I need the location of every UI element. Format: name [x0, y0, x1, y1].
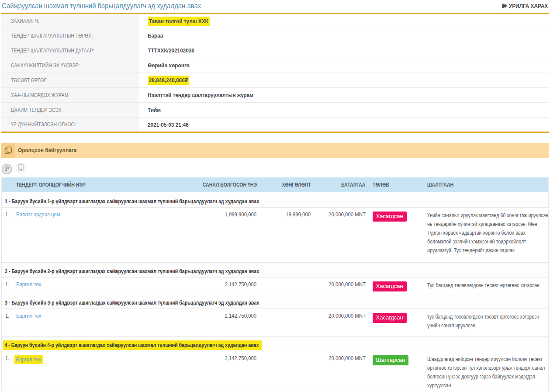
detail-label: ҮР ДҮН НИЙТЭЛСЭН ОГНОО:: [1, 118, 139, 132]
col-guarantee: БАТАЛГАА: [311, 177, 366, 192]
highlight-marker: 28,848,240,000₮: [148, 76, 189, 85]
detail-row: ТЕНДЕР ШАЛГАРУУЛАЛТЫН ДУГААР: ТТТХХК/202…: [1, 43, 549, 58]
detail-row: ТӨСӨВТ ӨРТӨГ: 28,848,240,000₮: [1, 73, 549, 88]
detail-value: Өөрийн хөрөнгө: [139, 58, 549, 73]
document-icon: [18, 164, 24, 172]
detail-row: ХАА-НЫ МӨРДӨХ ЖУРАМ: Нээлттэй тендер шал…: [1, 88, 549, 103]
col-reason: ШАЛТГААН: [427, 177, 549, 192]
tender-result-page: Сайжруулсан шахмал түлшний барьцалдуулаг…: [0, 0, 550, 391]
offered-price: 2,142,750,000: [212, 351, 257, 391]
page-header: Сайжруулсан шахмал түлшний барьцалдуулаг…: [0, 0, 550, 13]
detail-label: ТЕНДЕР ШАЛГАРУУЛАЛТЫН ТӨРӨЛ:: [1, 28, 139, 43]
detail-label: ХАА-НЫ МӨРДӨХ ЖУРАМ:: [1, 88, 139, 103]
participant-link[interactable]: Баялаг эрдэнэ цом: [16, 211, 66, 218]
document-export-button[interactable]: [16, 163, 26, 173]
detail-value: Таван толгой түлш ХХК: [139, 14, 549, 28]
col-status: ТӨЛӨВ: [366, 177, 427, 192]
lot-group-title: 3 - Баруун бүсийн 3-р үйлдвэрт ашиглагда…: [5, 300, 259, 306]
detail-row: ҮР ДҮН НИЙТЭЛСЭН ОГНОО: 2021-05-03 21:46: [1, 118, 549, 132]
discount: [257, 309, 311, 336]
detail-value: 28,848,240,000₮: [139, 73, 549, 88]
detail-value: 2021-05-03 21:46: [139, 118, 549, 132]
reason-text: Тус багцанд төсөвлөгдсөн төсөвт өртөгөөс…: [427, 277, 549, 294]
invitation-link-label: УРИЛГА ХАРАХ: [509, 3, 548, 9]
detail-label: ЦАХИМ ТЕНДЕР ЭСЭХ:: [1, 103, 139, 118]
discount: [257, 277, 311, 294]
status-badge: Шалгарсан: [373, 355, 409, 366]
detail-value: Бараа: [139, 28, 549, 43]
participant-link[interactable]: Баргил тех: [16, 312, 45, 319]
detail-label: ТӨСӨВТ ӨРТӨГ:: [1, 73, 139, 88]
section-header-participants: Оролцсон байгууллага: [1, 143, 549, 158]
detail-value: Тийм: [139, 103, 549, 118]
participant-link[interactable]: Баргил тех: [16, 281, 45, 288]
detail-value: Нээлттэй тендер шалгаруулалтын журам: [139, 88, 549, 103]
invitation-link[interactable]: УРИЛГА ХАРАХ: [502, 3, 548, 10]
detail-row: ЦАХИМ ТЕНДЕР ЭСЭХ: Тийм: [1, 103, 549, 118]
pdf-letter-icon: P: [5, 166, 9, 172]
lot-group-row: 2 - Баруун бүсийн 2-р үйлдвэрт ашиглагда…: [2, 262, 549, 277]
lot-group-row: 4 - Баруун бүсийн 4-р үйлдвэрт ашиглагда…: [2, 336, 549, 351]
pdf-export-button[interactable]: P: [2, 164, 12, 174]
discount: 19,999,000: [257, 207, 311, 262]
detail-label: ЗАХИАЛАГЧ:: [1, 14, 139, 28]
sign-out-icon: [502, 3, 507, 10]
lot-group-row: 1 - Баруун бүсийн 1-р үйлдвэрт ашиглагда…: [2, 192, 549, 207]
highlight-marker: Баргил тех: [14, 355, 43, 364]
participant-row: 1. Баргил тех 2,142,750,000 20,000,000 M…: [2, 277, 549, 294]
highlight-marker: Таван толгой түлш ХХК: [148, 17, 209, 26]
col-participant-name: ТЕНДЕРТ ОРОЛЦОГЧИЙН НЭР: [16, 177, 212, 192]
status-badge: Хасагдсан: [373, 281, 407, 292]
lot-group-title: 2 - Баруун бүсийн 2-р үйлдвэрт ашиглагда…: [5, 268, 259, 274]
reason-text: Шаардлагад нийцсэн тендер ирүүлсэн болов…: [427, 351, 549, 391]
guarantee: 20,000,000 MNT: [311, 207, 366, 262]
detail-row: ТЕНДЕР ШАЛГАРУУЛАЛТЫН ТӨРӨЛ: Бараа: [1, 28, 549, 43]
lot-group-title: 4 - Баруун бүсийн 4-р үйлдвэрт ашиглагда…: [3, 340, 262, 350]
participant-row: 1. Баргил тех 2,142,750,000 20,000,000 M…: [2, 309, 549, 336]
participants-table: ТЕНДЕРТ ОРОЛЦОГЧИЙН НЭР САНАЛ БОЛГОСОН Ү…: [1, 177, 549, 391]
col-offered-price: САНАЛ БОЛГОСОН ҮНЭ: [212, 177, 257, 192]
tender-detail-table: ЗАХИАЛАГЧ: Таван толгой түлш ХХК ТЕНДЕР …: [1, 13, 549, 133]
discount: [257, 351, 311, 391]
detail-row: ЗАХИАЛАГЧ: Таван толгой түлш ХХК: [1, 14, 549, 28]
participant-link[interactable]: Баргил тех: [16, 356, 47, 363]
lot-group-title: 1 - Баруун бүсийн 1-р үйлдвэрт ашиглагда…: [5, 198, 259, 205]
export-toolbar: P: [2, 163, 550, 173]
col-discount: ХӨНГӨЛӨЛТ: [257, 177, 311, 192]
copy-icon: [1, 143, 15, 158]
offered-price: 2,142,750,000: [212, 309, 257, 336]
detail-label: ТЕНДЕР ШАЛГАРУУЛАЛТЫН ДУГААР:: [1, 43, 139, 58]
section-title: Оролцсон байгууллага: [18, 143, 85, 158]
participant-row: 1. Баялаг эрдэнэ цом 1,999,900,000 19,99…: [2, 207, 549, 262]
page-title: Сайжруулсан шахмал түлшний барьцалдуулаг…: [2, 2, 201, 10]
offered-price: 2,142,750,000: [212, 277, 257, 294]
reason-text: Үнийн саналыг ирүүлэх маягтанд 60 хоног …: [427, 207, 549, 262]
offered-price: 1,999,900,000: [212, 207, 257, 262]
status-badge: Хасагдсан: [373, 313, 407, 323]
reason-text: тус багцанд төсөвлөгдсөн төсөвт өртөгөөс…: [427, 309, 549, 336]
detail-value: ТТТХХК/202102030: [139, 43, 549, 58]
lot-group-row: 3 - Баруун бүсийн 3-р үйлдвэрт ашиглагда…: [2, 294, 549, 309]
participants-header-row: ТЕНДЕРТ ОРОЛЦОГЧИЙН НЭР САНАЛ БОЛГОСОН Ү…: [2, 177, 549, 192]
guarantee: 20,000,000 MNT: [311, 351, 366, 391]
participant-row: 1. Баргил тех 2,142,750,000 20,000,000 M…: [2, 351, 549, 391]
detail-row: САНХҮҮЖИЛТИЙН ЭХ ҮҮСВЭР: Өөрийн хөрөнгө: [1, 58, 549, 73]
guarantee: 20,000,000 MNT: [311, 277, 366, 294]
status-badge: Хасагдсан: [373, 212, 407, 222]
guarantee: 20,000,000 MNT: [311, 309, 366, 336]
detail-label: САНХҮҮЖИЛТИЙН ЭХ ҮҮСВЭР:: [1, 58, 139, 73]
